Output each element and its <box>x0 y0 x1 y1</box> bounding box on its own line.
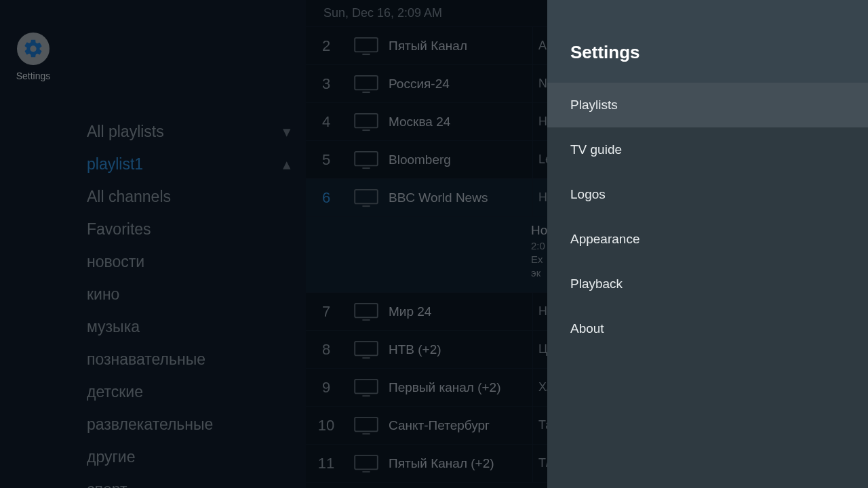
settings-item[interactable]: Logos <box>547 172 868 217</box>
settings-item[interactable]: TV guide <box>547 127 868 172</box>
settings-item[interactable]: Playback <box>547 262 868 306</box>
settings-item[interactable]: Playlists <box>547 83 868 127</box>
settings-item[interactable]: About <box>547 306 868 351</box>
settings-panel: Settings PlaylistsTV guideLogosAppearanc… <box>547 0 868 488</box>
panel-title: Settings <box>570 42 640 63</box>
settings-item[interactable]: Appearance <box>547 217 868 262</box>
panel-header: Settings <box>547 0 868 83</box>
panel-list: PlaylistsTV guideLogosAppearancePlayback… <box>547 83 868 488</box>
